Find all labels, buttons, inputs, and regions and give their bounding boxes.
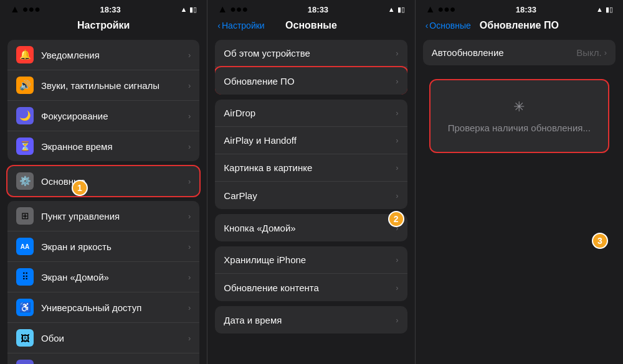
- back-button-2[interactable]: ‹ Настройки: [217, 21, 264, 30]
- settings-item-accessibility[interactable]: ♿ Универсальный доступ ›: [7, 292, 199, 323]
- wifi-icon-3: ▲: [426, 4, 435, 15]
- chevron-pip: ›: [396, 163, 398, 172]
- back-label-3: Основные: [429, 21, 470, 30]
- basic-label: Основные: [41, 176, 188, 187]
- nav-bar-1: Настройки: [0, 17, 207, 35]
- settings-item-notifications[interactable]: 🔔 Уведомления ›: [7, 40, 199, 70]
- battery-1: ▮▯: [189, 6, 197, 14]
- chevron-bgrefresh: ›: [396, 283, 398, 292]
- screen-title-2: Основные: [285, 20, 337, 31]
- chevron-accessibility: ›: [188, 303, 191, 312]
- airdrop-label: AirDrop: [224, 108, 396, 118]
- chevron-homescreen: ›: [188, 273, 191, 282]
- screentime-icon: ⏳: [16, 138, 34, 155]
- homebutton-label: Кнопка «Домой»: [224, 223, 396, 233]
- homescreen-icon: ⠿: [16, 268, 34, 286]
- panel2-item-airdrop[interactable]: AirDrop ›: [215, 100, 407, 127]
- step-badge-1: 1: [72, 180, 88, 196]
- settings-list-2: Об этом устройстве › Обновление ПО › Air…: [207, 35, 414, 364]
- chevron-focus: ›: [188, 111, 191, 121]
- chevron-controlcenter: ›: [188, 212, 191, 221]
- screentime-label: Экранное время: [41, 141, 188, 152]
- wifi-icon-2: ▲: [217, 4, 227, 15]
- signal-bars-3: ▲: [596, 6, 603, 13]
- panel2-item-about[interactable]: Об этом устройстве ›: [215, 40, 407, 67]
- carplay-label: CarPlay: [224, 190, 396, 201]
- panel2-group1: Об этом устройстве › Обновление ПО ›: [215, 40, 407, 95]
- panel2-item-pip[interactable]: Картинка в картинке ›: [215, 154, 407, 182]
- settings-item-siri[interactable]: ◉ Siri и Поиск ›: [7, 353, 199, 364]
- panel2-item-datetime[interactable]: Дата и время ›: [215, 306, 407, 334]
- chevron-airdrop: ›: [396, 108, 398, 118]
- panel2-item-bgrefresh[interactable]: Обновление контента ›: [215, 274, 407, 301]
- back-label-2: Настройки: [222, 21, 265, 30]
- panel2-item-update[interactable]: Обновление ПО ›: [215, 67, 407, 95]
- settings-item-homescreen[interactable]: ⠿ Экран «Домой» ›: [7, 262, 199, 292]
- autoupdate-row[interactable]: Автообновление Выкл. ›: [423, 40, 616, 65]
- chevron-sounds: ›: [188, 81, 191, 90]
- back-chevron-3: ‹: [426, 21, 429, 30]
- wifi-icon-1: ▲: [10, 4, 20, 15]
- sounds-label: Звуки, тактильные сигналы: [41, 80, 188, 91]
- chevron-update: ›: [396, 77, 398, 86]
- screen-title-3: Обновление ПО: [480, 20, 559, 31]
- phone-screen-3: ▲ ●●● 18:33 ▲ ▮▯ ‹ Основные Обновление П…: [416, 0, 623, 364]
- panel2-item-homebutton[interactable]: Кнопка «Домой» ›: [215, 214, 407, 241]
- panel2-item-carplay[interactable]: CarPlay ›: [215, 182, 407, 209]
- chevron-wallpaper: ›: [188, 334, 191, 343]
- chevron-display: ›: [188, 242, 191, 251]
- about-label: Об этом устройстве: [224, 48, 396, 58]
- status-bar-3: ▲ ●●● 18:33 ▲ ▮▯: [416, 0, 623, 17]
- settings-group-3: ⊞ Пункт управления › AA Экран и яркость …: [7, 201, 199, 364]
- panel2-group5: Дата и время ›: [215, 306, 407, 334]
- back-button-3[interactable]: ‹ Основные: [426, 21, 471, 30]
- sounds-icon: 🔊: [16, 77, 34, 94]
- settings-item-basic[interactable]: ⚙️ Основные ›: [7, 166, 199, 196]
- panel2-group4: Хранилище iPhone › Обновление контента ›: [215, 246, 407, 301]
- chevron-about: ›: [396, 49, 398, 58]
- basic-icon: ⚙️: [16, 172, 34, 190]
- chevron-datetime: ›: [396, 315, 398, 325]
- pip-label: Картинка в картинке: [224, 162, 396, 173]
- chevron-airplay: ›: [396, 136, 398, 145]
- autoupdate-value: Выкл.: [576, 47, 601, 58]
- panel2-group2: AirDrop › AirPlay и Handoff › Картинка в…: [215, 100, 407, 209]
- step-badge-3: 3: [592, 233, 608, 249]
- wallpaper-label: Обои: [41, 333, 188, 343]
- settings-item-focus[interactable]: 🌙 Фокусирование ›: [7, 101, 199, 131]
- time-2: 18:33: [308, 5, 328, 14]
- panel-2: ▲ ●●● 18:33 ▲ ▮▯ ‹ Настройки Основные Об…: [207, 0, 415, 364]
- panel2-group3: Кнопка «Домой» ›: [215, 214, 407, 241]
- checking-area: ✳ Проверка наличия обновления...: [430, 80, 608, 152]
- panel2-item-storage[interactable]: Хранилище iPhone ›: [215, 246, 407, 274]
- autoupdate-label: Автообновление: [432, 47, 577, 58]
- chevron-notifications: ›: [188, 50, 191, 60]
- focus-icon: 🌙: [16, 107, 34, 124]
- settings-list-1: 🔔 Уведомления › 🔊 Звуки, тактильные сигн…: [0, 35, 207, 364]
- notifications-label: Уведомления: [41, 50, 188, 60]
- chevron-screentime: ›: [188, 142, 191, 151]
- siri-icon: ◉: [16, 360, 34, 364]
- phone-screen-1: ▲ ●●● 18:33 ▲ ▮▯ Настройки 🔔 Уведомления…: [0, 0, 207, 364]
- settings-item-controlcenter[interactable]: ⊞ Пункт управления ›: [7, 201, 199, 231]
- settings-group-basic: ⚙️ Основные ›: [7, 166, 199, 196]
- signal-icon-3: ●●●: [438, 4, 456, 15]
- time-3: 18:33: [516, 5, 536, 14]
- settings-item-wallpaper[interactable]: 🖼 Обои ›: [7, 323, 199, 353]
- panel-3: ▲ ●●● 18:33 ▲ ▮▯ ‹ Основные Обновление П…: [416, 0, 623, 364]
- panel2-item-airplay[interactable]: AirPlay и Handoff ›: [215, 127, 407, 154]
- phone-screen-2: ▲ ●●● 18:33 ▲ ▮▯ ‹ Настройки Основные Об…: [207, 0, 415, 364]
- signal-icon-2: ●●●: [230, 4, 248, 15]
- display-icon: AA: [16, 238, 34, 255]
- settings-item-display[interactable]: AA Экран и яркость ›: [7, 231, 199, 262]
- settings-item-screentime[interactable]: ⏳ Экранное время ›: [7, 131, 199, 161]
- chevron-autoupdate: ›: [604, 48, 607, 57]
- status-bar-2: ▲ ●●● 18:33 ▲ ▮▯: [207, 0, 414, 17]
- time-1: 18:33: [100, 5, 121, 14]
- nav-bar-3: ‹ Основные Обновление ПО: [416, 17, 623, 35]
- step-badge-2: 2: [388, 211, 404, 227]
- settings-item-sounds[interactable]: 🔊 Звуки, тактильные сигналы ›: [7, 70, 199, 101]
- chevron-basic: ›: [188, 177, 191, 186]
- back-chevron-2: ‹: [217, 21, 221, 30]
- controlcenter-label: Пункт управления: [41, 211, 188, 222]
